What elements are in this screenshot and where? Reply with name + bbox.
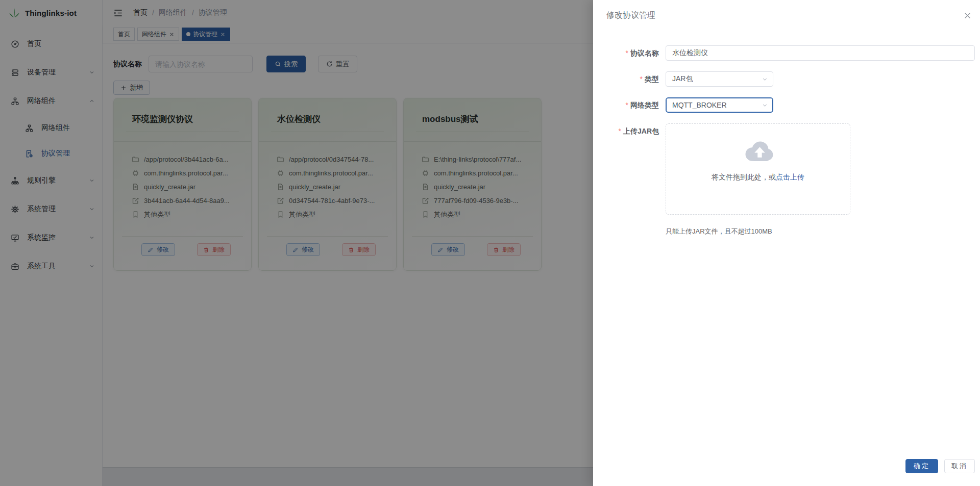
type-label: *类型: [593, 71, 666, 87]
required-marker: *: [619, 127, 621, 135]
upload-dropzone[interactable]: 将文件拖到此处，或点击上传: [666, 123, 850, 215]
type-select[interactable]: JAR包: [666, 71, 773, 87]
drawer-header: 修改协议管理: [593, 0, 980, 21]
form-row-type: *类型 JAR包: [593, 71, 980, 87]
app-root: Thinglinks-iot 首页 设备管理: [0, 0, 980, 486]
upload-label: *上传JAR包: [593, 123, 666, 139]
chevron-down-icon: [762, 102, 768, 109]
upload-hint: 只能上传JAR文件，且不超过100MB: [666, 227, 980, 236]
upload-text: 将文件拖到此处，或点击上传: [666, 173, 850, 182]
close-icon[interactable]: [963, 11, 972, 20]
name-label: *协议名称: [593, 45, 666, 61]
network-type-label: *网络类型: [593, 97, 666, 113]
cloud-upload-icon: [741, 139, 775, 164]
drawer-title: 修改协议管理: [606, 10, 655, 21]
network-type-select[interactable]: MQTT_BROKER: [666, 97, 773, 113]
required-marker: *: [626, 101, 628, 109]
required-marker: *: [640, 75, 643, 83]
form-row-name: *协议名称: [593, 45, 980, 61]
protocol-name-field[interactable]: [666, 45, 975, 61]
chevron-down-icon: [762, 76, 768, 83]
form-row-network-type: *网络类型 MQTT_BROKER: [593, 97, 980, 113]
cancel-button[interactable]: 取消: [944, 459, 975, 473]
confirm-button[interactable]: 确定: [905, 459, 938, 473]
drawer-form: *协议名称 *类型 JAR包 *网络类型 MQTT_BROKER: [593, 45, 980, 236]
drawer-footer: 确定 取消: [905, 459, 975, 473]
edit-protocol-drawer: 修改协议管理 *协议名称 *类型 JAR包 *网络类型: [593, 0, 980, 486]
click-upload-link[interactable]: 点击上传: [776, 173, 804, 181]
required-marker: *: [626, 49, 628, 57]
form-row-upload: *上传JAR包 将文件拖到此处，或点击上: [593, 123, 980, 215]
